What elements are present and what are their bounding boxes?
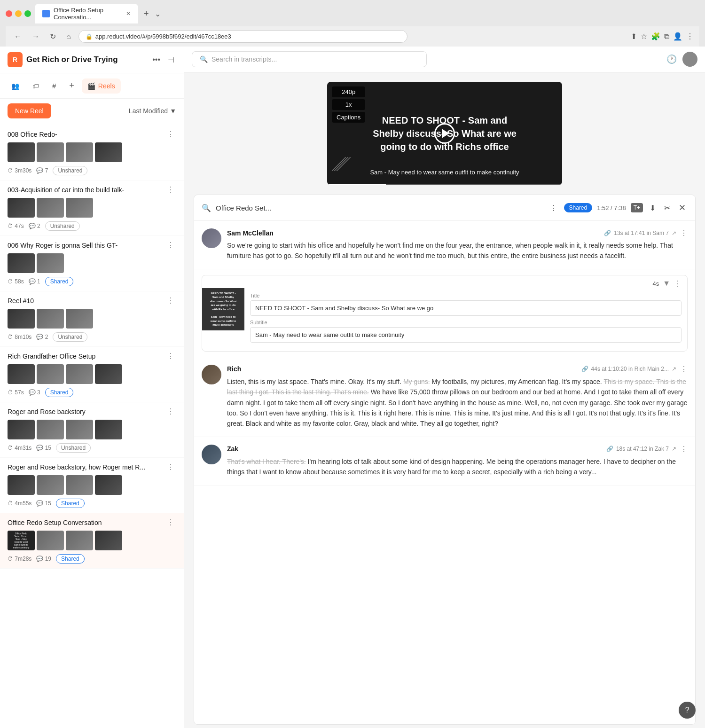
link-icon: 🔗 [604, 230, 611, 236]
history-icon[interactable]: 🕐 [666, 54, 677, 64]
tab-hashtag[interactable]: # [47, 78, 62, 94]
sort-control[interactable]: Last Modified ▼ [129, 107, 176, 115]
bookmark-icon[interactable]: ☆ [641, 32, 647, 41]
window-close-dot[interactable] [6, 10, 12, 17]
sort-arrow-icon: ▼ [170, 107, 176, 115]
reel-item-active[interactable]: Office Redo Setup Conversation ⋮ Office … [0, 513, 184, 569]
video-scrubber[interactable] [327, 184, 562, 185]
more-button[interactable]: ••• [150, 54, 162, 66]
address-bar[interactable]: 🔒 app.reduct.video/#/p/5998b5f692/edit/4… [78, 30, 407, 43]
home-button[interactable]: ⌂ [63, 31, 74, 42]
user-avatar[interactable] [682, 52, 697, 67]
search-bar[interactable]: 🔍 Search in transcripts... [192, 51, 427, 67]
captions-button[interactable]: Captions [332, 112, 365, 123]
reel-thumbnails: Office RedoSetup Conv...Sam - Mayneed to… [8, 531, 176, 550]
reel-item[interactable]: 008 Office Redo- ⋮ ⏱ 3m30s 💬 7 Unshared [0, 125, 184, 180]
comment-author: Rich [227, 365, 241, 373]
comment-meta: 🔗 13s at 17:41 in Sam 7 ↗ [604, 230, 676, 236]
reel-thumbnails [8, 142, 176, 162]
reel-thumbnails [8, 253, 176, 273]
menu-icon[interactable]: ⋮ [686, 32, 694, 41]
reel-badge: Unshared [53, 166, 87, 175]
comment-meta: 🔗 44s at 1:10:20 in Rich Main 2... ↗ [581, 366, 676, 372]
strikethrough-text: My guns. [403, 378, 430, 385]
title-input[interactable] [250, 300, 682, 316]
reel-item[interactable]: Roger and Rose backstory, how Roger met … [0, 458, 184, 513]
download-button[interactable]: ⬇ [648, 202, 658, 214]
new-reel-button[interactable]: New Reel [8, 103, 51, 118]
video-player[interactable]: 240p 1x Captions NEED TO SHOOT - Sam and… [327, 82, 562, 185]
reel-menu-icon[interactable]: ⋮ [165, 130, 176, 139]
window-minimize-dot[interactable] [15, 10, 22, 17]
reel-item[interactable]: Rich Grandfather Office Setup ⋮ ⏱ 57s 💬 … [0, 347, 184, 402]
app-logo: R [8, 52, 23, 67]
help-button[interactable]: ? [679, 702, 696, 719]
reel-menu-icon[interactable]: ⋮ [165, 352, 176, 360]
reel-duration: ⏱ 57s [8, 389, 24, 396]
new-tab-button[interactable]: + [140, 7, 153, 21]
reel-clips: 💬 15 [36, 500, 51, 507]
reel-clips: 💬 1 [29, 278, 40, 285]
back-button[interactable]: ← [11, 31, 24, 42]
subtitle-input[interactable] [250, 327, 682, 343]
clip-fields: Title Subtitle [244, 288, 687, 351]
extension-icon[interactable]: 🧩 [651, 32, 660, 41]
hashtag-icon: # [52, 82, 56, 90]
clip-duration: 4s [652, 280, 659, 287]
tab-menu-icon[interactable]: ⌄ [155, 9, 161, 18]
comment-menu-icon[interactable]: ⋮ [680, 228, 688, 237]
comment-entry: Rich 🔗 44s at 1:10:20 in Rich Main 2... … [194, 357, 695, 437]
reel-thumb [37, 198, 64, 218]
play-button[interactable] [434, 123, 455, 144]
share-icon[interactable]: ⬆ [631, 32, 637, 41]
profile-icon[interactable]: 👤 [673, 32, 682, 41]
reel-item[interactable]: Reel #10 ⋮ ⏱ 8m10s 💬 2 Unshared [0, 291, 184, 347]
tab-people[interactable]: 👥 [6, 78, 25, 94]
panel-time: 1:52 / 7:38 [597, 204, 626, 211]
panel-close-button[interactable]: ✕ [677, 201, 688, 215]
panel-more-button[interactable]: ⋮ [548, 202, 559, 214]
speed-button[interactable]: 1x [332, 99, 365, 110]
collapse-sidebar-button[interactable]: ⊣ [166, 54, 176, 66]
refresh-button[interactable]: ↻ [47, 31, 59, 42]
reel-thumb [8, 253, 35, 273]
comment-menu-icon[interactable]: ⋮ [680, 365, 688, 374]
reel-thumbnails [8, 198, 176, 218]
tab-favicon [42, 10, 50, 17]
forward-button[interactable]: → [29, 31, 42, 42]
quality-button[interactable]: 240p [332, 86, 365, 97]
subtitle-label: Subtitle [250, 320, 682, 325]
reel-menu-icon[interactable]: ⋮ [165, 518, 176, 527]
window-maximize-dot[interactable] [24, 10, 31, 17]
reel-menu-icon[interactable]: ⋮ [165, 296, 176, 305]
panel-title: Office Redo Set... [216, 204, 543, 212]
tab-tags[interactable]: 🏷 [27, 78, 45, 94]
reel-menu-icon[interactable]: ⋮ [165, 241, 176, 250]
comment-body: Rich 🔗 44s at 1:10:20 in Rich Main 2... … [227, 365, 688, 429]
comment-menu-icon[interactable]: ⋮ [680, 445, 688, 454]
reel-item[interactable]: Roger and Rose backstory ⋮ ⏱ 4m31s 💬 15 … [0, 402, 184, 458]
reel-item[interactable]: 006 Why Roger is gonna Sell this GT- ⋮ ⏱… [0, 236, 184, 291]
reel-menu-icon[interactable]: ⋮ [165, 185, 176, 194]
clip-button[interactable]: ✂ [662, 202, 672, 214]
reels-list: 008 Office Redo- ⋮ ⏱ 3m30s 💬 7 Unshared [0, 123, 184, 728]
tplus-button[interactable]: T+ [631, 203, 643, 212]
tab-close-btn[interactable]: ✕ [126, 10, 131, 17]
clip-more-icon[interactable]: ⋮ [674, 279, 682, 288]
reel-meta: ⏱ 7m28s 💬 19 Shared [8, 554, 176, 564]
tab-reels[interactable]: 🎬 Reels [82, 78, 121, 94]
reel-duration: ⏱ 7m28s [8, 556, 31, 562]
reel-menu-icon[interactable]: ⋮ [165, 407, 176, 416]
clip-dropdown-icon[interactable]: ▼ [663, 279, 670, 288]
reel-menu-icon[interactable]: ⋮ [165, 462, 176, 471]
tab-add[interactable]: + [63, 77, 80, 94]
active-browser-tab[interactable]: Office Redo Setup Conversatio... ✕ [35, 4, 138, 23]
reel-thumb [66, 531, 93, 550]
reel-thumb [37, 531, 64, 550]
reel-clips: 💬 2 [29, 223, 40, 229]
reel-item[interactable]: 003-Acquisition of car into the build ta… [0, 180, 184, 236]
tab-manager-icon[interactable]: ⧉ [664, 32, 669, 41]
reel-meta: ⏱ 4m55s 💬 15 Shared [8, 499, 176, 508]
reel-clips: 💬 15 [36, 445, 51, 451]
reel-duration: ⏱ 8m10s [8, 334, 31, 340]
